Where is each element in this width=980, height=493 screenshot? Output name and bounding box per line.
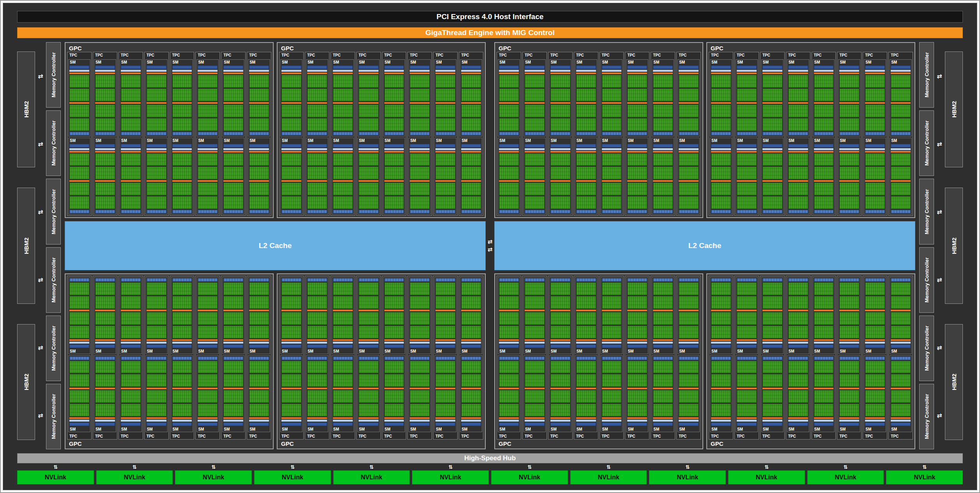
sm-core-grid: [172, 75, 192, 88]
sm-partition: [147, 390, 166, 419]
sm-divider-bar: [359, 388, 379, 389]
sm-divider-bar: [307, 417, 327, 419]
sm-partition: [384, 102, 404, 131]
sm-label: SM: [435, 427, 456, 432]
sm-core-grid: [281, 89, 301, 101]
tpc-block: TPCSMSM: [195, 52, 220, 216]
sm-core-grid: [95, 361, 115, 374]
tpc-label: TPC: [94, 433, 116, 439]
sm-core-grid: [814, 312, 834, 325]
memory-controller-strip: Memory Controller: [46, 110, 61, 176]
sm-texture-units-row: [198, 278, 218, 282]
sm-register-bar: [627, 148, 647, 150]
sm-texture-units-row: [653, 132, 673, 135]
sm-core-grid: [788, 118, 808, 131]
sm-texture-units-row: [359, 132, 379, 135]
sm-divider-bar: [865, 151, 885, 153]
sm-core-grid: [679, 105, 699, 117]
sm-texture-units-row: [576, 278, 596, 282]
sm-body: [550, 143, 571, 215]
sm-body: [306, 143, 328, 215]
sm-body: [120, 277, 142, 349]
sm-core-grid: [147, 296, 166, 309]
sm-core-grid: [814, 118, 834, 131]
sm-core-grid: [307, 167, 327, 179]
sm-block: SM: [171, 138, 193, 215]
transfer-arrows-icon: ⇄: [934, 246, 945, 314]
sm-partition: [814, 390, 834, 419]
memory-controller-label: Memory Controller: [51, 326, 57, 371]
sm-core-grid: [499, 89, 519, 101]
sm-core-grid: [95, 105, 115, 117]
sm-label: SM: [172, 427, 193, 432]
sm-block: SM: [601, 138, 623, 215]
sm-divider-bar: [172, 310, 192, 311]
sm-core-grid: [121, 404, 141, 417]
sm-partition: [762, 73, 782, 101]
sm-divider-bar: [499, 310, 519, 311]
sm-partition: [147, 312, 166, 341]
sm-core-grid: [737, 196, 757, 209]
memory-controller-strip: Memory Controller: [919, 316, 934, 381]
sm-divider-bar: [223, 180, 243, 182]
tpc-label: TPC: [838, 52, 860, 58]
sm-block: SM: [813, 277, 835, 354]
sm-divider-bar: [69, 73, 89, 74]
sm-block: SM: [813, 355, 835, 433]
sm-core-grid: [653, 361, 673, 374]
sm-scheduler-bar: [95, 422, 115, 426]
sm-core-grid: [814, 105, 834, 117]
sm-texture-units-row: [249, 356, 269, 360]
sm-scheduler-bar: [223, 344, 243, 348]
sm-core-grid: [69, 105, 89, 117]
sm-core-grid: [814, 282, 834, 295]
sm-label: SM: [626, 60, 648, 65]
tpc-label: TPC: [68, 52, 90, 58]
sm-core-grid: [121, 374, 141, 387]
sm-core-grid: [435, 312, 455, 325]
sm-divider-bar: [525, 388, 545, 389]
sm-block: SM: [864, 138, 886, 215]
sm-block: SM: [145, 59, 168, 137]
sm-divider-bar: [461, 388, 481, 389]
sm-scheduler-bar: [198, 144, 218, 147]
sm-scheduler-bar: [307, 144, 327, 147]
sm-label: SM: [575, 60, 597, 65]
sm-register-bar: [69, 148, 89, 150]
sm-partition: [121, 151, 141, 180]
sm-body: [601, 277, 623, 349]
tpc-block: TPCSMSM: [356, 52, 381, 216]
sm-core-grid: [679, 196, 699, 209]
sm-body: [838, 277, 860, 349]
sm-divider-bar: [281, 388, 301, 389]
sm-label: SM: [409, 60, 430, 65]
sm-core-grid: [69, 312, 89, 325]
sm-divider-bar: [198, 339, 218, 341]
sm-register-bar: [525, 70, 545, 72]
sm-core-grid: [576, 361, 596, 374]
sm-label: SM: [94, 60, 116, 65]
sm-core-grid: [711, 312, 731, 325]
sm-partition: [679, 282, 699, 311]
sm-core-grid: [384, 374, 404, 387]
sm-core-grid: [711, 89, 731, 101]
gpu-die-block-diagram: PCI Express 4.0 Host Interface GigaThrea…: [3, 3, 977, 490]
sm-divider-bar: [602, 310, 622, 311]
sm-divider-bar: [627, 151, 647, 153]
sm-label: SM: [524, 138, 545, 143]
sm-block: SM: [736, 277, 758, 354]
sm-label: SM: [306, 349, 328, 354]
sm-partition: [653, 390, 673, 419]
sm-register-bar: [711, 420, 731, 422]
gigathread-engine-label: GigaThread Engine with MIG Control: [425, 28, 554, 37]
sm-core-grid: [249, 326, 269, 339]
sm-label: SM: [678, 60, 699, 65]
sm-core-grid: [525, 183, 545, 195]
sm-partition: [550, 282, 570, 311]
sm-label: SM: [575, 138, 597, 143]
sm-register-bar: [410, 148, 430, 150]
sm-partition: [223, 312, 243, 341]
sm-body: [146, 356, 167, 427]
tpc-block: TPCSMSM: [812, 276, 836, 440]
transfer-arrows-icon: ⇄: [35, 42, 46, 110]
